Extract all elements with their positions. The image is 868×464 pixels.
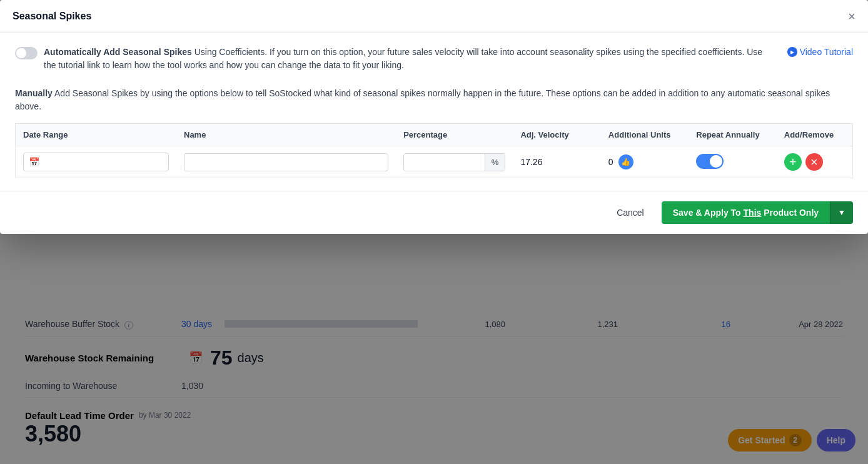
repeat-annually-toggle[interactable] [696, 154, 724, 169]
auto-toggle-row: Automatically Add Seasonal Spikes Using … [15, 46, 853, 72]
save-button[interactable]: Save & Apply To This Product Only [662, 201, 830, 224]
header-date-range: Date Range [16, 124, 177, 146]
header-adj-velocity: Adj. Velocity [513, 124, 600, 146]
video-tutorial-link[interactable]: ▶ Video Tutorial [787, 47, 853, 57]
save-button-group: Save & Apply To This Product Only ▼ [662, 201, 853, 224]
table-body: 📅 % 17.26 [16, 146, 853, 178]
add-remove-cell: + × [777, 146, 853, 178]
video-tutorial-label: Video Tutorial [800, 47, 853, 57]
auto-toggle-switch[interactable] [15, 47, 38, 59]
header-additional-units: Additional Units [601, 124, 689, 146]
save-dropdown-button[interactable]: ▼ [830, 201, 853, 224]
add-remove-wrap: + × [784, 153, 845, 171]
manual-rest: Add Seasonal Spikes by using the options… [15, 88, 830, 111]
modal-footer: Cancel Save & Apply To This Product Only… [0, 191, 868, 234]
save-pre: Save & Apply To [673, 208, 744, 218]
date-input-wrap: 📅 [23, 153, 169, 171]
header-add-remove: Add/Remove [777, 124, 853, 146]
header-name: Name [176, 124, 396, 146]
seasonal-spikes-modal: Seasonal Spikes × Automatically Add Seas… [0, 0, 868, 234]
name-input[interactable] [184, 153, 388, 171]
name-cell [176, 146, 396, 178]
auto-toggle-text: Automatically Add Seasonal Spikes Using … [44, 46, 775, 72]
header-percentage: Percentage [396, 124, 513, 146]
thumb-up-button[interactable]: 👍 [617, 153, 635, 171]
calendar-input-icon: 📅 [29, 157, 39, 167]
auto-toggle-bold: Automatically Add Seasonal Spikes [44, 47, 192, 57]
modal-title: Seasonal Spikes [13, 11, 91, 22]
modal-header: Seasonal Spikes × [0, 0, 868, 33]
pct-suffix: % [485, 154, 505, 171]
additional-units-wrap: 0 👍 [608, 153, 681, 171]
save-bold: This [744, 208, 762, 218]
remove-spike-button[interactable]: × [805, 153, 823, 171]
header-row: Date Range Name Percentage Adj. Velocity… [16, 124, 853, 146]
date-range-input[interactable] [43, 158, 163, 167]
thumb-up-icon: 👍 [618, 154, 633, 169]
table-row: 📅 % 17.26 [16, 146, 853, 178]
header-repeat-annually: Repeat Annually [689, 124, 776, 146]
play-icon: ▶ [787, 47, 797, 57]
table-header: Date Range Name Percentage Adj. Velocity… [16, 124, 853, 146]
manual-section: Manually Add Seasonal Spikes by using th… [15, 87, 853, 113]
manual-bold: Manually [15, 88, 53, 98]
additional-units-value: 0 [608, 157, 613, 167]
percentage-input-wrap: % [403, 153, 505, 171]
spikes-table: Date Range Name Percentage Adj. Velocity… [15, 123, 853, 178]
repeat-annually-cell [689, 146, 776, 178]
add-spike-button[interactable]: + [784, 153, 802, 171]
modal-body: Automatically Add Seasonal Spikes Using … [0, 33, 868, 191]
percentage-cell: % [396, 146, 513, 178]
percentage-input[interactable] [404, 154, 485, 171]
toggle-left: Automatically Add Seasonal Spikes Using … [15, 46, 775, 72]
cancel-button[interactable]: Cancel [607, 203, 654, 223]
manual-text: Manually Add Seasonal Spikes by using th… [15, 87, 853, 113]
adj-velocity-cell: 17.26 [513, 146, 600, 178]
adj-velocity-value: 17.26 [520, 157, 542, 167]
save-post: Product Only [761, 208, 819, 218]
date-range-cell: 📅 [16, 146, 177, 178]
additional-units-cell: 0 👍 [601, 146, 689, 178]
close-button[interactable]: × [848, 10, 855, 23]
